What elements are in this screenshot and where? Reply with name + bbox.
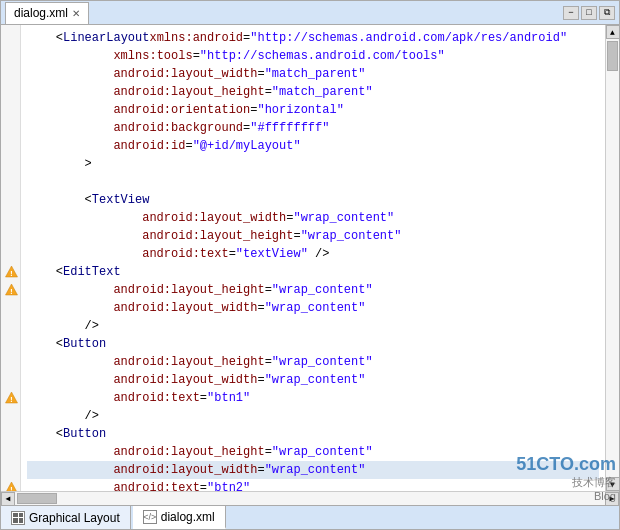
code-line-0: <LinearLayout xmlns:android="http://sche… (27, 29, 599, 47)
code-line-25: android:text="btn2" (27, 479, 599, 491)
code-line-15: android:layout_width="wrap_content" (27, 299, 599, 317)
maximize-button[interactable]: ⧉ (599, 6, 615, 20)
tab-label: dialog.xml (14, 6, 68, 20)
scroll-left-arrow[interactable]: ◀ (1, 492, 15, 506)
code-line-24: android:layout_width="wrap_content" (27, 461, 599, 479)
code-line-12: android:text="textView" /> (27, 245, 599, 263)
close-tab-icon[interactable]: ✕ (72, 8, 80, 19)
svg-text:!: ! (9, 394, 14, 403)
editor-area: ! ! ! ! <LinearLayout xmlns:android="htt… (1, 25, 619, 491)
code-content: <LinearLayout xmlns:android="http://sche… (21, 25, 605, 491)
scroll-track[interactable] (606, 39, 619, 477)
dialog-xml-icon: </> (143, 510, 157, 524)
gutter: ! ! ! ! (1, 25, 21, 491)
code-line-18: android:layout_height="wrap_content" (27, 353, 599, 371)
svg-text:!: ! (9, 268, 14, 277)
minimize-button[interactable]: − (563, 6, 579, 20)
code-line-2: android:layout_width="match_parent" (27, 65, 599, 83)
bottom-tabs: Graphical Layout </> dialog.xml (1, 506, 226, 529)
code-line-3: android:layout_height="match_parent" (27, 83, 599, 101)
warning-icon-14: ! (3, 280, 19, 298)
code-line-21: /> (27, 407, 599, 425)
code-line-17: <Button (27, 335, 599, 353)
graphical-layout-icon (11, 511, 25, 525)
graphical-layout-tab[interactable]: Graphical Layout (1, 506, 131, 529)
code-line-6: android:id="@+id/myLayout" (27, 137, 599, 155)
watermark-sub: 技术博客 (572, 475, 616, 490)
warning-icon-20: ! (3, 388, 19, 406)
code-line-20: android:text="btn1" (27, 389, 599, 407)
window-controls: − □ ⧉ (563, 6, 615, 20)
watermark-blog: Blog (594, 490, 616, 502)
dialog-xml-label: dialog.xml (161, 510, 215, 524)
watermark-site: 51CTO.com (516, 454, 616, 475)
scroll-up-arrow[interactable]: ▲ (606, 25, 620, 39)
title-tab[interactable]: dialog.xml ✕ (5, 2, 89, 24)
svg-text:!: ! (9, 286, 14, 295)
code-line-1: xmlns:tools="http://schemas.android.com/… (27, 47, 599, 65)
code-line-19: android:layout_width="wrap_content" (27, 371, 599, 389)
code-line-10: android:layout_width="wrap_content" (27, 209, 599, 227)
dialog-xml-tab[interactable]: </> dialog.xml (133, 506, 226, 529)
code-line-4: android:orientation="horizontal" (27, 101, 599, 119)
code-line-14: android:layout_height="wrap_content" (27, 281, 599, 299)
code-line-11: android:layout_height="wrap_content" (27, 227, 599, 245)
vertical-scrollbar[interactable]: ▲ ▼ (605, 25, 619, 491)
code-line-8 (27, 173, 599, 191)
main-window: dialog.xml ✕ − □ ⧉ ! ! ! (0, 0, 620, 530)
watermark: 51CTO.com 技术博客 Blog (516, 454, 616, 502)
code-line-13: <EditText (27, 263, 599, 281)
code-line-22: <Button (27, 425, 599, 443)
h-scroll-thumb[interactable] (17, 493, 57, 504)
warning-icon-25: ! (3, 478, 19, 491)
code-line-9: <TextView (27, 191, 599, 209)
status-bar: Graphical Layout </> dialog.xml (1, 505, 619, 529)
graphical-layout-label: Graphical Layout (29, 511, 120, 525)
code-line-7: > (27, 155, 599, 173)
code-line-23: android:layout_height="wrap_content" (27, 443, 599, 461)
restore-button[interactable]: □ (581, 6, 597, 20)
svg-text:!: ! (9, 484, 14, 491)
code-container[interactable]: <LinearLayout xmlns:android="http://sche… (21, 25, 605, 491)
title-bar: dialog.xml ✕ − □ ⧉ (1, 1, 619, 25)
warning-icon-13: ! (3, 262, 19, 280)
code-line-16: /> (27, 317, 599, 335)
code-line-5: android:background="#ffffffff" (27, 119, 599, 137)
scroll-thumb[interactable] (607, 41, 618, 71)
